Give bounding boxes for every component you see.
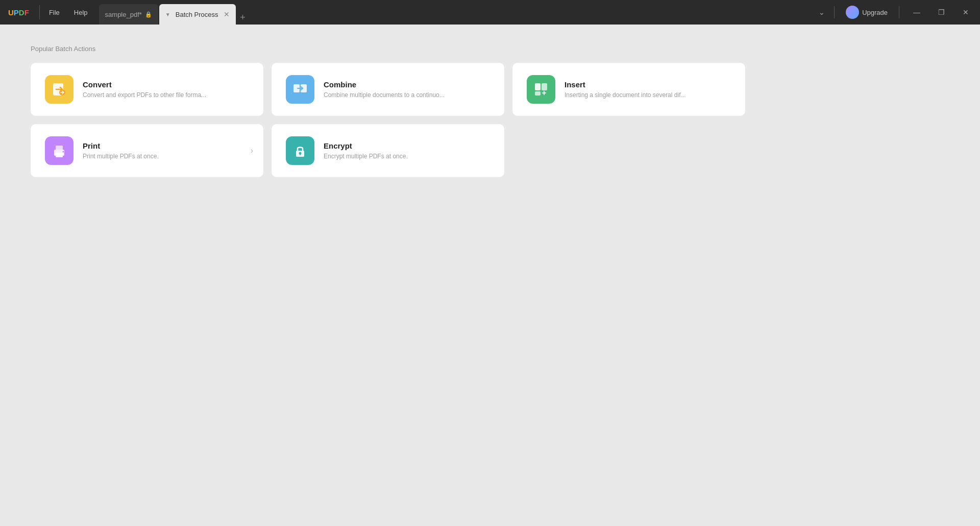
convert-icon (45, 75, 74, 104)
titlebar-divider (39, 5, 40, 19)
tab-label: sample_pdf* (105, 11, 142, 18)
cards-row1: Convert Convert and export PDFs to other… (31, 63, 745, 116)
tabs-area: sample_pdf* 🔒 ▼ Batch Process ✕ + (99, 0, 817, 25)
svg-rect-10 (56, 153, 63, 157)
combine-title: Combine (324, 80, 490, 89)
tab-label: Batch Process (176, 11, 218, 18)
svg-rect-9 (56, 146, 63, 150)
cards-row2: Print Print multiple PDFs at once. › Enc… (31, 124, 745, 177)
upgrade-label: Upgrade (862, 9, 888, 16)
encrypt-icon (286, 136, 314, 165)
titlebar-separator2 (899, 6, 899, 18)
card-insert[interactable]: Insert Inserting a single document into … (512, 63, 745, 116)
encrypt-title: Encrypt (324, 141, 490, 150)
print-title: Print (83, 141, 249, 150)
print-arrow-icon: › (251, 146, 253, 155)
print-icon (45, 136, 74, 165)
card-combine[interactable]: Combine Combine multiple documents to a … (272, 63, 504, 116)
lock-icon: 🔒 (145, 11, 152, 18)
insert-title: Insert (565, 80, 731, 89)
encrypt-text: Encrypt Encrypt multiple PDFs at once. (324, 141, 490, 160)
menu-file[interactable]: File (42, 0, 67, 25)
combine-desc: Combine multiple documents to a continuo… (324, 91, 490, 99)
insert-text: Insert Inserting a single document into … (565, 80, 731, 99)
section-title: Popular Batch Actions (31, 45, 949, 53)
combine-icon (286, 75, 314, 104)
tab-close-icon[interactable]: ✕ (224, 11, 230, 18)
upgrade-button[interactable]: Upgrade (842, 4, 892, 21)
tab-dropdown-arrow[interactable]: ▼ (165, 12, 170, 17)
minimize-button[interactable]: — (906, 4, 927, 20)
card-encrypt[interactable]: Encrypt Encrypt multiple PDFs at once. (272, 124, 504, 177)
svg-rect-6 (535, 91, 541, 95)
insert-desc: Inserting a single document into several… (565, 91, 731, 99)
titlebar-right: ⌄ Upgrade — ❐ ✕ (817, 4, 980, 21)
svg-rect-5 (542, 83, 547, 90)
avatar (846, 6, 859, 19)
convert-title: Convert (83, 80, 249, 89)
menu-help[interactable]: Help (67, 0, 95, 25)
convert-desc: Convert and export PDFs to other file fo… (83, 91, 249, 99)
print-text: Print Print multiple PDFs at once. (83, 141, 249, 160)
convert-text: Convert Convert and export PDFs to other… (83, 80, 249, 99)
add-tab-button[interactable]: + (236, 10, 250, 25)
card-convert[interactable]: Convert Convert and export PDFs to other… (31, 63, 263, 116)
combine-text: Combine Combine multiple documents to a … (324, 80, 490, 99)
insert-icon (527, 75, 555, 104)
svg-rect-14 (300, 153, 301, 155)
titlebar: UPDF File Help sample_pdf* 🔒 ▼ Batch Pro… (0, 0, 980, 25)
svg-point-11 (63, 151, 64, 153)
tabs-dropdown-arrow[interactable]: ⌄ (817, 6, 827, 18)
close-button[interactable]: ✕ (955, 4, 976, 20)
tab-sample-pdf[interactable]: sample_pdf* 🔒 (99, 4, 158, 25)
titlebar-separator (834, 6, 835, 18)
maximize-button[interactable]: ❐ (931, 4, 951, 20)
svg-rect-4 (535, 83, 541, 90)
tab-batch-process[interactable]: ▼ Batch Process ✕ (159, 4, 236, 25)
card-print[interactable]: Print Print multiple PDFs at once. › (31, 124, 263, 177)
app-logo: UPDF (0, 8, 37, 17)
encrypt-desc: Encrypt multiple PDFs at once. (324, 153, 490, 160)
print-desc: Print multiple PDFs at once. (83, 153, 249, 160)
main-content: Popular Batch Actions Convert Convert an… (0, 25, 980, 526)
